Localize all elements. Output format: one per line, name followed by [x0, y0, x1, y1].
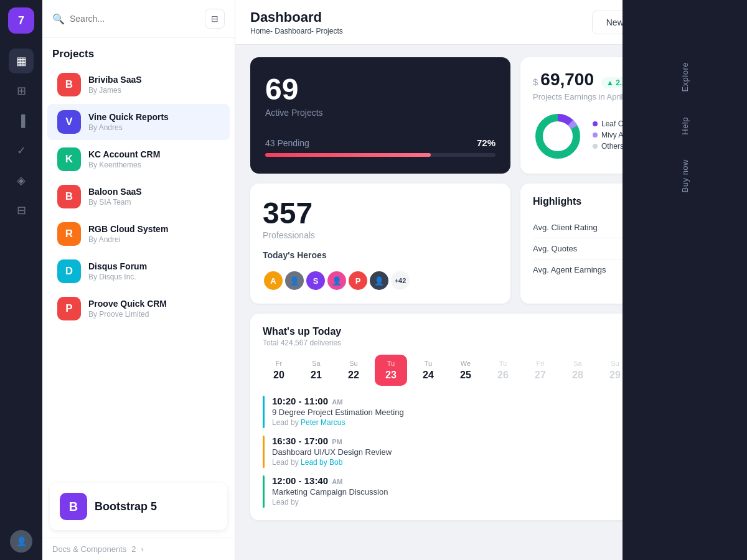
main-wrapper: Dashboard Home- Dashboard- Projects New … [235, 0, 747, 560]
project-name-kc: KC Account CRM [88, 149, 220, 159]
project-logo-kc: K [57, 147, 81, 171]
breadcrumb-home: Home- [250, 27, 273, 35]
project-name-baloon: Baloon SaaS [88, 187, 220, 197]
active-projects-bottom: 43 Pending 72% [265, 138, 496, 148]
professionals-number: 357 [263, 196, 498, 230]
hero-avatar-2: 👤 [284, 270, 305, 291]
event-bar-2 [263, 475, 265, 508]
hero-avatar-4: 👤 [326, 270, 347, 291]
help-tab[interactable]: Help [670, 105, 700, 147]
nav-rail: 7 ▦ ⊞ ▐ ✓ ◈ ⊟ 👤 [0, 0, 42, 560]
nav-icon-chart[interactable]: ▐ [9, 108, 34, 133]
event-bar-1 [263, 436, 265, 468]
project-logo-vine: V [57, 110, 81, 134]
event-content-1: 16:30 - 17:00 PM Dashboard UI/UX Design … [272, 436, 675, 467]
project-logo-baloon: B [57, 185, 81, 208]
docs-label: Docs & Components [52, 544, 126, 554]
cal-day-25[interactable]: We25 [449, 355, 482, 386]
event-time-1: 16:30 - 17:00 PM [272, 436, 675, 446]
progress-bar-fill [265, 153, 431, 157]
pending-label: 43 Pending [265, 138, 309, 148]
cal-day-23[interactable]: Tu23 [375, 355, 407, 386]
hero-avatar-3: S [305, 270, 326, 291]
chevron-right-icon: › [141, 544, 143, 554]
cal-day-28[interactable]: Sa28 [561, 355, 594, 386]
project-by-disqus: By Disqus Inc. [88, 273, 220, 281]
cal-day-27[interactable]: Fri27 [524, 355, 557, 386]
user-avatar: 7 [8, 7, 34, 34]
event-time-0: 10:20 - 11:00 AM [272, 396, 675, 406]
heroes-extra: +42 [390, 270, 411, 291]
ap-percent: 72% [477, 138, 496, 148]
search-bar: 🔍 ⊟ [42, 0, 235, 38]
event-lead-2: Lead by [272, 498, 675, 506]
project-name-rgb: RGB Cloud System [88, 224, 220, 234]
project-item-rgb[interactable]: R RGB Cloud System By Andrei [47, 216, 230, 252]
project-info-rgb: RGB Cloud System By Andrei [88, 224, 220, 244]
user-profile-icon[interactable]: 👤 [10, 530, 32, 553]
project-by-baloon: By SIA Team [88, 198, 220, 207]
legend-dot-1 [593, 121, 598, 126]
professionals-label: Professionals [263, 230, 498, 240]
event-bar-0 [263, 396, 265, 428]
event-name-2: Marketing Campaign Discussion [272, 487, 675, 497]
docs-count: 2 [131, 544, 136, 554]
project-name-briviba: Briviba SaaS [88, 75, 220, 85]
highlight-key-3: Avg. Agent Earnings [533, 265, 606, 274]
event-lead-0: Lead by Peter Marcus [272, 418, 675, 427]
project-by-rgb: By Andrei [88, 235, 220, 244]
nav-icon-check[interactable]: ✓ [9, 138, 34, 163]
hero-avatar-5: P [347, 270, 369, 291]
nav-icon-layers[interactable]: ◈ [9, 168, 34, 193]
event-lead-1: Lead by Lead by Bob [272, 458, 675, 467]
active-projects-number: 69 [265, 72, 496, 106]
project-item-disqus[interactable]: D Disqus Forum By Disqus Inc. [47, 253, 230, 289]
search-input[interactable] [70, 14, 200, 24]
filter-button[interactable]: ⊟ [205, 9, 225, 29]
explore-tab[interactable]: Explore [670, 50, 700, 105]
highlight-key-1: Avg. Client Rating [533, 223, 598, 232]
bootstrap-icon: B [60, 493, 87, 520]
nav-icon-dashboard[interactable]: ▦ [9, 49, 34, 73]
bootstrap-card[interactable]: B Bootstrap 5 [50, 483, 227, 530]
project-logo-proove: P [57, 297, 81, 320]
project-item-kc[interactable]: K KC Account CRM By Keenthemes [47, 141, 230, 177]
project-info-kc: KC Account CRM By Keenthemes [88, 149, 220, 169]
cal-day-21[interactable]: Sa21 [300, 355, 332, 386]
calendar-subtitle: Total 424,567 deliveries [263, 338, 341, 347]
nav-icon-grid[interactable]: ⊞ [9, 78, 34, 103]
cal-day-20[interactable]: Fr20 [263, 355, 295, 386]
professionals-card: 357 Professionals Today's Heroes A 👤 S 👤… [250, 184, 510, 304]
project-by-proove: By Proove Limited [88, 310, 220, 319]
project-item-proove[interactable]: P Proove Quick CRM By Proove Limited [47, 291, 230, 327]
project-info-vine: Vine Quick Reports By Andres [88, 112, 220, 132]
project-logo-briviba: B [57, 73, 81, 96]
topbar-left: Dashboard Home- Dashboard- Projects [250, 9, 343, 35]
calendar-title: What's up Today [263, 326, 341, 337]
cal-day-24[interactable]: Tu24 [412, 355, 444, 386]
project-item-vine[interactable]: V Vine Quick Reports By Andres [47, 104, 230, 140]
currency-symbol: $ [533, 77, 538, 87]
hero-avatar-1: A [263, 270, 284, 291]
highlight-key-2: Avg. Quotes [533, 244, 577, 253]
earnings-amount: 69,700 [540, 70, 594, 90]
project-by-briviba: By James [88, 86, 220, 95]
project-by-vine: By Andres [88, 123, 220, 132]
project-by-kc: By Keenthemes [88, 161, 220, 169]
breadcrumb-dash: Dashboard- [275, 27, 314, 35]
buy-now-tab[interactable]: Buy now [670, 147, 700, 205]
nav-icon-box[interactable]: ⊟ [9, 198, 34, 223]
right-panel: Explore Help Buy now [622, 0, 747, 560]
project-name-disqus: Disqus Forum [88, 261, 220, 271]
breadcrumb-current: Projects [316, 27, 342, 35]
project-name-proove: Proove Quick CRM [88, 299, 220, 309]
event-content-0: 10:20 - 11:00 AM 9 Degree Project Estima… [272, 396, 675, 427]
breadcrumb: Home- Dashboard- Projects [250, 27, 343, 35]
projects-title: Projects [42, 38, 235, 65]
project-item-briviba[interactable]: B Briviba SaaS By James [47, 67, 230, 103]
cal-day-22[interactable]: Su22 [337, 355, 370, 386]
cal-day-26[interactable]: Tu26 [487, 355, 519, 386]
project-item-baloon[interactable]: B Baloon SaaS By SIA Team [47, 179, 230, 215]
legend-dot-3 [593, 144, 598, 149]
heroes-label: Today's Heroes [263, 250, 498, 260]
